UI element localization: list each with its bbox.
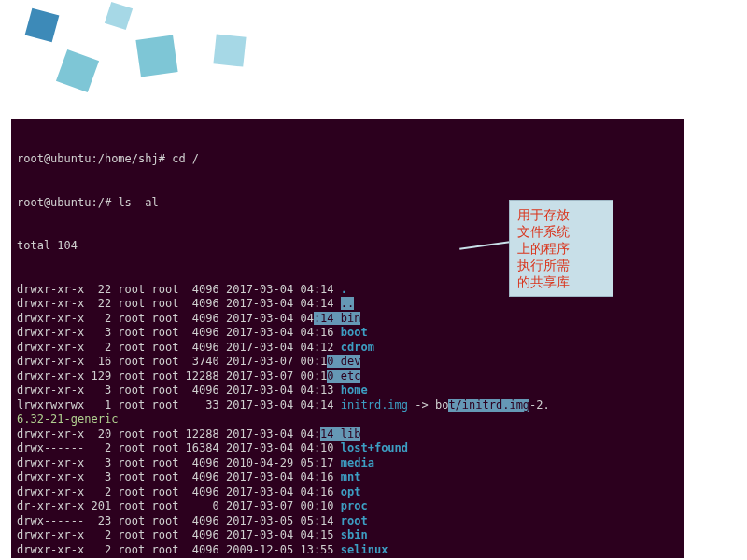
list-row: drwxr-xr-x 129 root root 12288 2017-03-0… (17, 370, 678, 385)
callout-text: 执行所需 (517, 257, 605, 273)
list-row: drwx------ 23 root root 4096 2017-03-05 … (17, 514, 678, 529)
list-row: drwxr-xr-x 3 root root 4096 2017-03-04 0… (17, 384, 678, 399)
list-row: drwxr-xr-x 2 root root 4096 2017-03-04 0… (17, 312, 678, 327)
decoration-square (25, 8, 60, 43)
callout-text: 的共享库 (517, 273, 605, 290)
file-listing: drwxr-xr-x 22 root root 4096 2017-03-04 … (17, 283, 678, 559)
list-row: drwxr-xr-x 2 root root 4096 2009-12-05 1… (17, 543, 678, 558)
list-row: drwxr-xr-x 22 root root 4096 2017-03-04 … (17, 297, 678, 312)
annotation-callout: 用于存放 文件系统 上的程序 执行所需 的共享库 (509, 200, 613, 297)
list-row: drwxr-xr-x 16 root root 3740 2017-03-07 … (17, 355, 678, 370)
list-row: drwxr-xr-x 3 root root 4096 2017-03-04 0… (17, 470, 678, 485)
decoration-square (213, 34, 246, 66)
prompt-line: root@ubuntu:/home/shj# cd / (17, 152, 678, 167)
list-row: drwxr-xr-x 2 root root 4096 2017-03-04 0… (17, 485, 678, 500)
list-row: dr-xr-xr-x 201 root root 0 2017-03-07 00… (17, 499, 678, 514)
decoration-square (135, 35, 177, 77)
terminal-window[interactable]: root@ubuntu:/home/shj# cd / root@ubuntu:… (11, 119, 684, 558)
list-row: drwxr-xr-x 2 root root 4096 2010-04-29 0… (17, 557, 678, 558)
decoration-square (105, 2, 133, 30)
list-row: drwxr-xr-x 3 root root 4096 2017-03-04 0… (17, 326, 678, 341)
decoration-square (56, 49, 99, 92)
list-row: lrwxrwxrwx 1 root root 33 2017-03-04 04:… (17, 399, 678, 413)
list-row: drwxr-xr-x 2 root root 4096 2017-03-04 0… (17, 528, 678, 543)
callout-text: 上的程序 (517, 240, 605, 257)
list-row: drwxr-xr-x 20 root root 12288 2017-03-04… (17, 427, 678, 442)
list-row: drwxr-xr-x 3 root root 4096 2010-04-29 0… (17, 456, 678, 471)
list-row: drwx------ 2 root root 16384 2017-03-04 … (17, 441, 678, 456)
callout-text: 文件系统 (517, 223, 605, 240)
list-row: 6.32-21-generic (17, 413, 678, 427)
list-row: drwxr-xr-x 2 root root 4096 2017-03-04 0… (17, 341, 678, 356)
callout-text: 用于存放 (517, 206, 605, 223)
